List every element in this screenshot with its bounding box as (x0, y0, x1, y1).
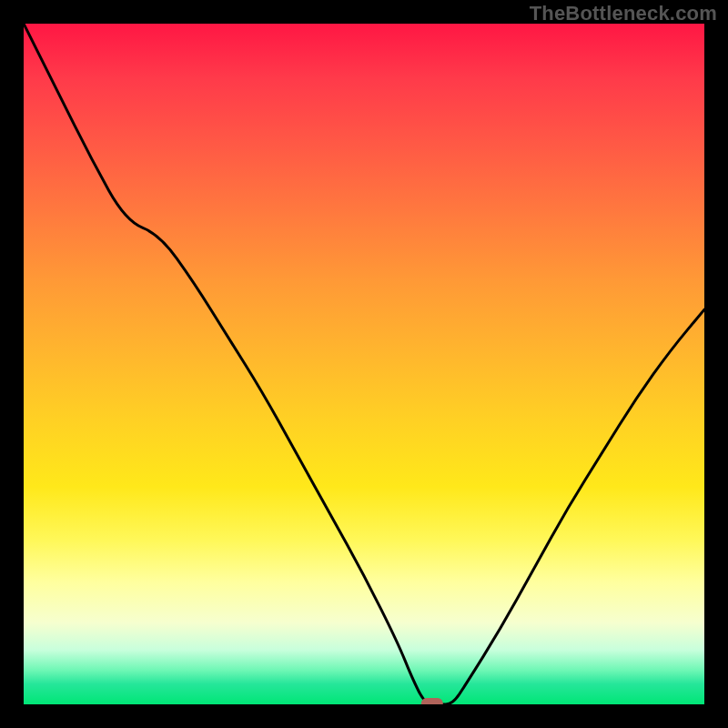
bottleneck-curve (24, 24, 704, 704)
optimal-point-marker (421, 698, 443, 704)
gradient-plot-area (24, 24, 704, 704)
chart-frame: TheBottleneck.com (0, 0, 728, 728)
curve-svg (24, 24, 704, 704)
watermark-text: TheBottleneck.com (530, 2, 717, 25)
